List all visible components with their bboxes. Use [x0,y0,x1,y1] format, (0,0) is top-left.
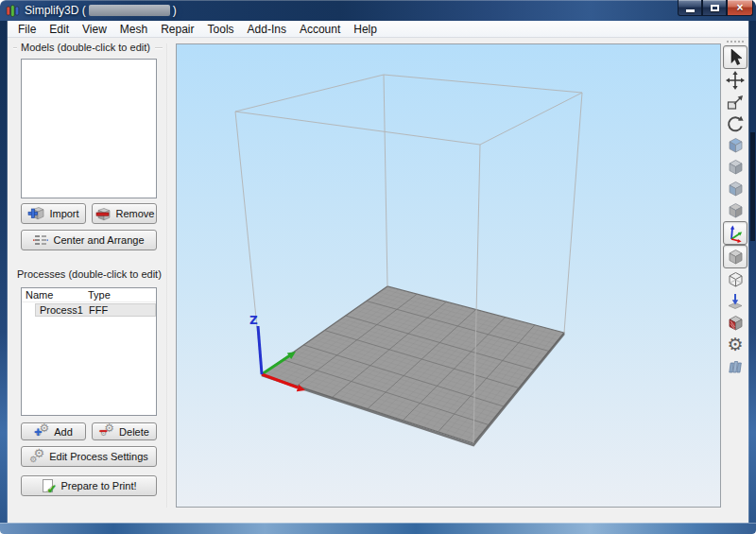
menu-tools[interactable]: Tools [201,21,241,37]
edit-process-settings-label: Edit Process Settings [49,451,148,462]
menu-bar: File Edit View Mesh Repair Tools Add-Ins… [8,21,748,38]
process-row[interactable]: Process1 FFF [35,303,156,317]
arrange-icon [33,234,48,247]
import-cube-icon [27,206,44,221]
process-name: Process1 [36,304,89,316]
view-cube-icon [727,180,745,198]
toolpath-preview-button[interactable] [723,355,747,377]
delete-process-icon: ⚙ ⚙ − [99,424,114,439]
view-cube-icon [727,201,745,219]
place-surface-on-bed-button[interactable] [723,290,747,312]
render-solid-button[interactable] [723,245,747,268]
toolbar-grip[interactable] [734,41,736,43]
render-wireframe-button[interactable] [723,268,747,290]
select-tool-button[interactable] [723,45,747,69]
remove-button[interactable]: Remove [92,203,157,224]
center-and-arrange-button[interactable]: Center and Arrange [21,230,157,250]
move-tool-button[interactable] [723,69,747,91]
panel-splitter[interactable] [166,43,168,508]
add-process-icon: ⚙ ⚙ + [34,424,49,439]
prepare-to-print-label: Prepare to Print! [60,480,136,491]
delete-process-button[interactable]: ⚙ ⚙ − Delete [92,422,157,440]
rotate-tool-button[interactable] [723,112,747,134]
cross-section-cube-icon [727,314,745,332]
cursor-arrow-icon [727,48,744,66]
view-front-button[interactable] [723,178,747,199]
wireframe-cube-icon [727,270,745,288]
view-cube-icon [727,136,745,154]
maximize-icon [711,5,719,11]
machine-control-button[interactable]: ⚙ [723,334,747,355]
build-plate-scene: Z [177,44,720,507]
window-border-reflection [750,132,755,241]
menu-mesh[interactable]: Mesh [113,21,154,37]
processes-table[interactable]: Name Type Process1 FFF [21,287,157,416]
cross-section-button[interactable] [723,312,747,334]
column-header-name[interactable]: Name [22,289,88,301]
delete-process-label: Delete [119,426,149,438]
menu-file[interactable]: File [11,21,43,37]
add-process-label: Add [54,426,73,438]
center-and-arrange-label: Center and Arrange [53,234,144,246]
client-area: Models (double-click to edit) Import [8,38,748,523]
menu-view[interactable]: View [76,21,113,37]
window-border-bottom [0,523,756,534]
window-controls: × [678,0,753,16]
prepare-to-print-icon: ✓ [41,479,56,493]
app-logo-icon [6,4,20,18]
column-header-type[interactable]: Type [88,289,156,301]
close-button[interactable]: × [727,0,753,16]
view-side-button[interactable] [723,199,747,221]
gear-icon: ⚙ [727,336,743,353]
window-border-right [748,21,756,523]
maximize-button[interactable] [702,0,727,16]
edit-process-settings-icon: ⚙ ⚙ [29,449,44,464]
rotate-circle-icon [726,114,745,133]
menu-edit[interactable]: Edit [43,21,76,37]
minimize-button[interactable] [678,0,702,16]
solid-cube-icon [727,248,745,266]
app-window: Simplify3D () × File Edit View Mesh Repa… [0,0,756,534]
menu-repair[interactable]: Repair [154,21,200,37]
prepare-to-print-button[interactable]: ✓ Prepare to Print! [21,475,157,496]
process-type: FFF [89,304,155,316]
toolpath-bars-icon [726,357,745,375]
view-top-button[interactable] [723,156,747,178]
axes-icon [726,224,745,243]
coordinate-axes-button[interactable] [723,221,747,245]
redacted-license-name [89,5,170,16]
processes-group-header: Processes (double-click to edit) [13,268,163,280]
view-cube-icon [727,158,745,176]
models-list[interactable] [21,59,157,198]
title-bar[interactable]: Simplify3D () × [0,0,756,21]
window-border-left [0,21,8,523]
import-button[interactable]: Import [21,203,86,224]
processes-group-label: Processes (double-click to edit) [17,268,162,280]
group-line [155,47,163,48]
down-arrow-to-bed-icon [726,292,745,310]
build-volume-viewport[interactable]: Z [176,43,721,508]
close-icon: × [736,2,743,13]
scale-arrow-icon [726,93,745,111]
view-default-button[interactable] [723,134,747,156]
add-process-button[interactable]: ⚙ ⚙ + Add [21,422,86,440]
processes-table-header: Name Type [22,288,156,302]
svg-text:Z: Z [249,314,258,327]
remove-cube-icon [94,206,112,221]
import-label: Import [49,208,78,219]
menu-addins[interactable]: Add-Ins [241,21,293,37]
check-icon: ✓ [47,483,58,495]
window-title: Simplify3D () [25,4,177,17]
models-group-header: Models (double-click to edit) [13,42,163,53]
scale-tool-button[interactable] [723,91,747,112]
menu-help[interactable]: Help [347,21,384,37]
move-arrows-icon [726,71,745,90]
remove-label: Remove [116,208,155,219]
minimize-icon [686,9,695,12]
models-group-label: Models (double-click to edit) [21,42,150,53]
group-line [13,47,17,48]
view-toolbar: ⚙ [721,40,749,377]
menu-account[interactable]: Account [293,21,347,37]
edit-process-settings-button[interactable]: ⚙ ⚙ Edit Process Settings [21,446,157,467]
